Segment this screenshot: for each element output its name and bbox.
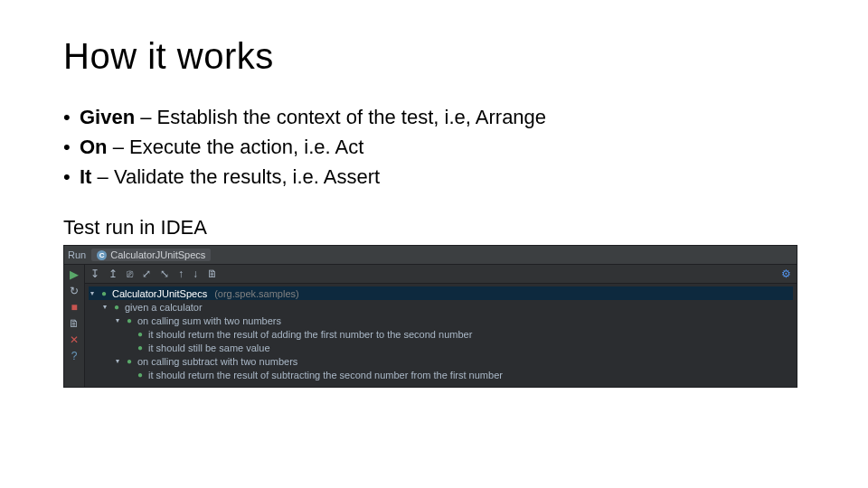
close-icon[interactable]: ✕ (70, 334, 79, 345)
bullet-item: It – Validate the results, i.e. Assert (63, 164, 805, 192)
rerun-icon[interactable]: ↻ (70, 286, 79, 296)
tree-label: on calling subtract with two numbers (137, 356, 297, 367)
bullet-term: Given (80, 106, 135, 128)
tree-root[interactable]: ▾ ● CalculatorJUnitSpecs (org.spek.sampl… (89, 286, 793, 300)
tree-group[interactable]: ▾ ● on calling sum with two numbers (89, 314, 793, 327)
sort-down-icon[interactable]: ↧ (90, 268, 99, 279)
ide-main: ▶ ↻ ■ 🗎 ✕ ? ↧ ↥ ⎚ ⤢ ⤡ ↑ ↓ 🗎 ⚙ (64, 265, 797, 387)
tree-label: it should return the result of adding th… (148, 329, 472, 340)
slide-title: How it works (63, 36, 805, 77)
class-badge-icon: C (97, 250, 107, 260)
pass-icon: ● (125, 356, 134, 366)
chevron-down-icon[interactable]: ▾ (114, 357, 121, 365)
ide-body: ↧ ↥ ⎚ ⤢ ⤡ ↑ ↓ 🗎 ⚙ ▾ ● CalculatorJUnitSpe… (85, 265, 797, 387)
stop-icon[interactable]: ■ (71, 302, 77, 313)
sort-up-icon[interactable]: ↥ (108, 268, 118, 279)
ide-toolbar: ↧ ↥ ⎚ ⤢ ⤡ ↑ ↓ 🗎 ⚙ (85, 265, 797, 284)
chevron-down-icon[interactable]: ▾ (89, 289, 96, 297)
bullet-text: – Execute the action, i.e. Act (108, 136, 364, 158)
slide: How it works Given – Establish the conte… (0, 0, 868, 488)
tree-root-label: CalculatorJUnitSpecs (112, 288, 207, 299)
tree-label: it should still be same value (148, 343, 270, 353)
expand-icon[interactable]: ⤢ (142, 268, 151, 279)
ide-tab-bar: Run C CalculatorJUnitSpecs (64, 246, 797, 265)
gear-icon[interactable]: ⚙ (781, 268, 791, 279)
pass-icon: ● (112, 302, 121, 312)
test-tree: ▾ ● CalculatorJUnitSpecs (org.spek.sampl… (85, 284, 797, 387)
bullet-text: – Establish the context of the test, i.e… (135, 106, 546, 128)
pass-icon: ● (125, 315, 134, 325)
export-icon[interactable]: 🗎 (69, 318, 80, 329)
run-icon[interactable]: ▶ (70, 268, 79, 280)
pass-icon: ● (99, 288, 108, 298)
run-tool-label: Run (68, 249, 86, 260)
run-config-tab[interactable]: C CalculatorJUnitSpecs (91, 249, 211, 261)
prev-icon[interactable]: ↑ (178, 268, 184, 279)
export-results-icon[interactable]: 🗎 (207, 268, 218, 279)
subheading: Test run in IDEA (63, 216, 805, 239)
bullet-text: – Validate the results, i.e. Assert (91, 165, 380, 188)
tree-root-package: (org.spek.samples) (214, 288, 299, 299)
tree-label: on calling sum with two numbers (137, 315, 281, 326)
tree-leaf[interactable]: ● it should return the result of adding … (89, 327, 793, 341)
bullet-list: Given – Establish the context of the tes… (63, 104, 805, 191)
tree-label: given a calculator (125, 302, 203, 313)
help-icon[interactable]: ? (71, 351, 78, 361)
filter-icon[interactable]: ⎚ (127, 268, 133, 279)
tree-leaf[interactable]: ● it should return the result of subtrac… (89, 368, 793, 381)
bullet-item: On – Execute the action, i.e. Act (63, 134, 805, 162)
tree-group[interactable]: ▾ ● given a calculator (89, 300, 793, 314)
pass-icon: ● (136, 370, 145, 380)
collapse-icon[interactable]: ⤡ (160, 268, 169, 279)
pass-icon: ● (136, 329, 145, 339)
next-icon[interactable]: ↓ (193, 268, 198, 279)
chevron-down-icon[interactable]: ▾ (114, 316, 121, 324)
ide-run-panel: Run C CalculatorJUnitSpecs ▶ ↻ ■ 🗎 ✕ ? ↧… (63, 245, 797, 388)
tree-leaf[interactable]: ● it should still be same value (89, 341, 793, 354)
chevron-down-icon[interactable]: ▾ (101, 303, 108, 311)
tree-label: it should return the result of subtracti… (148, 370, 503, 380)
bullet-term: On (80, 136, 108, 158)
pass-icon: ● (136, 343, 145, 352)
tree-group[interactable]: ▾ ● on calling subtract with two numbers (89, 354, 793, 368)
bullet-item: Given – Establish the context of the tes… (63, 104, 805, 132)
ide-left-gutter: ▶ ↻ ■ 🗎 ✕ ? (64, 265, 85, 387)
run-config-name: CalculatorJUnitSpecs (110, 249, 205, 260)
bullet-term: It (80, 165, 91, 188)
